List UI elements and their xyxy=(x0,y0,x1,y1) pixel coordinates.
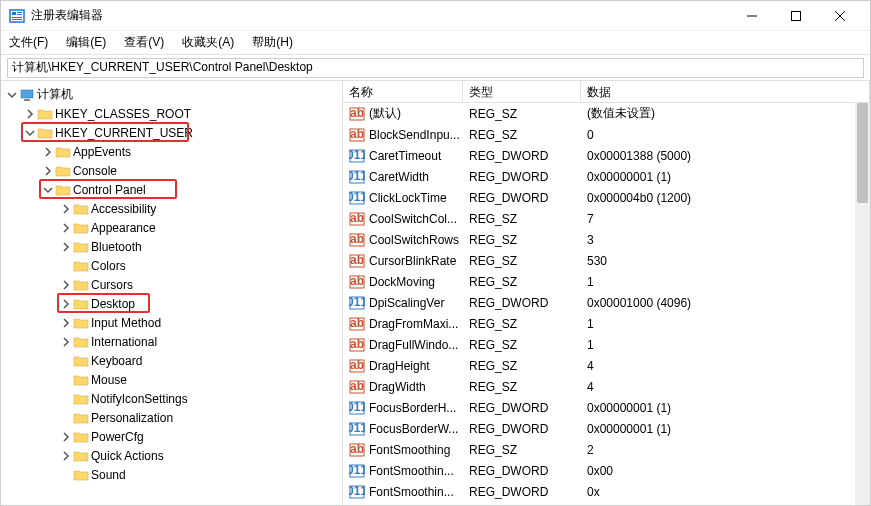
tree-arrow-icon[interactable] xyxy=(23,126,37,140)
tree-arrow-icon[interactable] xyxy=(59,259,73,273)
tree-item[interactable]: NotifyIconSettings xyxy=(1,389,342,408)
tree-label: AppEvents xyxy=(73,145,131,159)
tree-item[interactable]: Quick Actions xyxy=(1,446,342,465)
svg-rect-2 xyxy=(17,12,22,13)
column-type[interactable]: 类型 xyxy=(463,81,581,102)
value-row[interactable]: abFontSmoothingREG_SZ2 xyxy=(343,439,870,460)
tree-item[interactable]: Appearance xyxy=(1,218,342,237)
svg-text:ab: ab xyxy=(350,106,364,120)
value-row[interactable]: abCoolSwitchCol...REG_SZ7 xyxy=(343,208,870,229)
value-row[interactable]: abDragFromMaxi...REG_SZ1 xyxy=(343,313,870,334)
tree-arrow-icon[interactable] xyxy=(59,316,73,330)
tree-item[interactable]: Keyboard xyxy=(1,351,342,370)
string-value-icon: ab xyxy=(349,232,365,248)
tree-arrow-icon[interactable] xyxy=(59,202,73,216)
tree-item[interactable]: Mouse xyxy=(1,370,342,389)
tree-item[interactable]: AppEvents xyxy=(1,142,342,161)
value-type: REG_SZ xyxy=(463,128,581,142)
tree-item[interactable]: Input Method xyxy=(1,313,342,332)
value-row[interactable]: 011CaretWidthREG_DWORD0x00000001 (1) xyxy=(343,166,870,187)
maximize-button[interactable] xyxy=(774,1,818,31)
scroll-thumb[interactable] xyxy=(857,103,868,203)
svg-text:011: 011 xyxy=(349,463,365,477)
column-data[interactable]: 数据 xyxy=(581,81,870,102)
value-row[interactable]: abBlockSendInpu...REG_SZ0 xyxy=(343,124,870,145)
tree-arrow-icon[interactable] xyxy=(59,240,73,254)
tree-item[interactable]: Accessibility xyxy=(1,199,342,218)
tree-label: HKEY_CURRENT_USER xyxy=(55,126,193,140)
value-row[interactable]: abDragWidthREG_SZ4 xyxy=(343,376,870,397)
menu-help[interactable]: 帮助(H) xyxy=(250,32,295,53)
value-row[interactable]: 011FocusBorderW...REG_DWORD0x00000001 (1… xyxy=(343,418,870,439)
tree-label: Cursors xyxy=(91,278,133,292)
value-row[interactable]: abCoolSwitchRowsREG_SZ3 xyxy=(343,229,870,250)
value-type: REG_DWORD xyxy=(463,170,581,184)
tree-item[interactable]: 计算机 xyxy=(1,85,342,104)
tree-pane[interactable]: 计算机HKEY_CLASSES_ROOTHKEY_CURRENT_USERApp… xyxy=(1,81,343,505)
tree-arrow-icon[interactable] xyxy=(41,183,55,197)
tree-arrow-icon[interactable] xyxy=(41,145,55,159)
value-name: FocusBorderW... xyxy=(369,422,458,436)
value-data: (数值未设置) xyxy=(581,105,870,122)
tree-item[interactable]: HKEY_CLASSES_ROOT xyxy=(1,104,342,123)
menu-file[interactable]: 文件(F) xyxy=(7,32,50,53)
value-type: REG_SZ xyxy=(463,443,581,457)
folder-icon xyxy=(73,373,89,387)
tree-arrow-icon[interactable] xyxy=(5,88,19,102)
value-row[interactable]: abDockMovingREG_SZ1 xyxy=(343,271,870,292)
tree-item[interactable]: HKEY_CURRENT_USER xyxy=(1,123,342,142)
tree-arrow-icon[interactable] xyxy=(59,468,73,482)
tree-item[interactable]: Bluetooth xyxy=(1,237,342,256)
tree-item[interactable]: International xyxy=(1,332,342,351)
tree-arrow-icon[interactable] xyxy=(59,373,73,387)
tree-arrow-icon[interactable] xyxy=(59,221,73,235)
tree-label: Control Panel xyxy=(73,183,146,197)
tree-arrow-icon[interactable] xyxy=(59,335,73,349)
tree-arrow-icon[interactable] xyxy=(23,107,37,121)
menu-edit[interactable]: 编辑(E) xyxy=(64,32,108,53)
value-row[interactable]: 011FontSmoothin...REG_DWORD0x00 xyxy=(343,460,870,481)
tree-arrow-icon[interactable] xyxy=(59,354,73,368)
value-type: REG_DWORD xyxy=(463,422,581,436)
value-row[interactable]: ab(默认)REG_SZ(数值未设置) xyxy=(343,103,870,124)
svg-text:ab: ab xyxy=(350,442,364,456)
path-input[interactable] xyxy=(7,58,864,78)
tree-item[interactable]: Sound xyxy=(1,465,342,484)
value-row[interactable]: abCursorBlinkRateREG_SZ530 xyxy=(343,250,870,271)
value-row[interactable]: 011ClickLockTimeREG_DWORD0x000004b0 (120… xyxy=(343,187,870,208)
value-row[interactable]: 011CaretTimeoutREG_DWORD0x00001388 (5000… xyxy=(343,145,870,166)
tree-item[interactable]: Console xyxy=(1,161,342,180)
tree-item[interactable]: Desktop xyxy=(1,294,342,313)
tree-item[interactable]: Control Panel xyxy=(1,180,342,199)
close-button[interactable] xyxy=(818,1,862,31)
value-row[interactable]: 011FontSmoothin...REG_DWORD0x xyxy=(343,481,870,502)
tree-arrow-icon[interactable] xyxy=(59,297,73,311)
value-name: DragFullWindo... xyxy=(369,338,458,352)
folder-icon xyxy=(73,392,89,406)
value-row[interactable]: 011DpiScalingVerREG_DWORD0x00001000 (409… xyxy=(343,292,870,313)
svg-rect-3 xyxy=(17,14,22,15)
tree-arrow-icon[interactable] xyxy=(59,278,73,292)
tree-item[interactable]: Personalization xyxy=(1,408,342,427)
values-scrollbar[interactable] xyxy=(855,103,870,505)
tree-arrow-icon[interactable] xyxy=(59,430,73,444)
menu-view[interactable]: 查看(V) xyxy=(122,32,166,53)
binary-value-icon: 011 xyxy=(349,463,365,479)
tree-arrow-icon[interactable] xyxy=(59,449,73,463)
tree-item[interactable]: Cursors xyxy=(1,275,342,294)
tree-item[interactable]: Colors xyxy=(1,256,342,275)
tree-arrow-icon[interactable] xyxy=(59,392,73,406)
value-data: 0x00 xyxy=(581,464,870,478)
value-row[interactable]: abDragFullWindo...REG_SZ1 xyxy=(343,334,870,355)
tree-arrow-icon[interactable] xyxy=(41,164,55,178)
folder-icon xyxy=(73,316,89,330)
tree-item[interactable]: PowerCfg xyxy=(1,427,342,446)
value-row[interactable]: 011FocusBorderH...REG_DWORD0x00000001 (1… xyxy=(343,397,870,418)
column-name[interactable]: 名称 xyxy=(343,81,463,102)
minimize-button[interactable] xyxy=(730,1,774,31)
value-row[interactable]: abDragHeightREG_SZ4 xyxy=(343,355,870,376)
menu-favorites[interactable]: 收藏夹(A) xyxy=(180,32,236,53)
folder-icon xyxy=(55,164,71,178)
tree-arrow-icon[interactable] xyxy=(59,411,73,425)
binary-value-icon: 011 xyxy=(349,484,365,500)
